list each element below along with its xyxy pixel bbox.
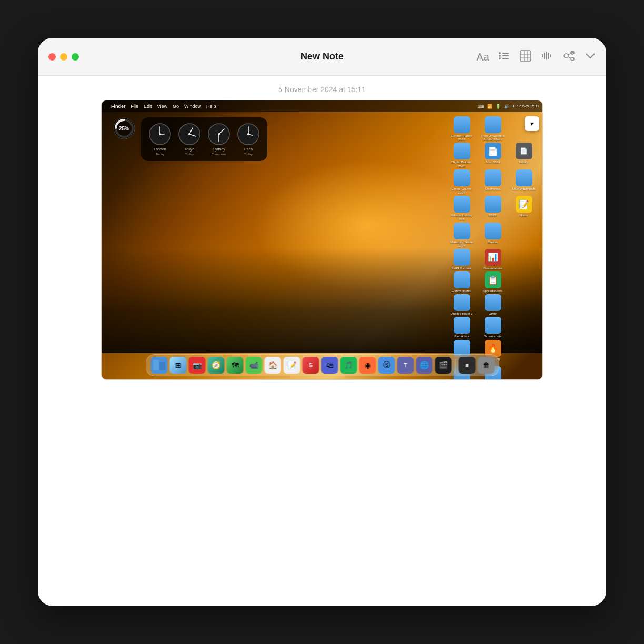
dock-reminders[interactable]: 📝 [284,357,300,374]
dock-calendar[interactable]: 5 [303,357,319,374]
folder-icon-0 [454,116,470,133]
audio-icon[interactable] [541,50,552,63]
desktop-icon-19[interactable]: East Africa [447,317,476,338]
xls-icon-16: 📋 [485,271,501,288]
edit-menu[interactable]: Edit [144,104,152,109]
desktop-icon-3[interactable]: 📄 After 2024 [478,143,507,168]
menubar-status-icons: ⌨📶🔋🔊 Tue 5 Nov 15:11 [478,104,540,109]
folder-icon-17 [454,294,470,311]
svg-rect-14 [548,53,549,59]
dock-slack[interactable]: Ⓢ [378,357,395,374]
desktop-icon-1[interactable]: Free Downloads Adobe Filters [478,116,507,142]
more-icon[interactable] [585,52,596,62]
svg-rect-5 [502,58,509,59]
folder-icon-13 [454,249,470,266]
dock-maps[interactable]: 🗺 [227,357,244,374]
dock-facetime[interactable]: 📹 [246,357,263,374]
desktop-icon-17[interactable]: Untitled folder 2 [447,294,476,316]
maximize-button[interactable] [72,53,79,61]
folder-icon-19 [454,317,470,334]
clock-sydney: Sydney Tomorrow [207,123,230,156]
note-date: 5 November 2024 at 15:11 [38,76,606,100]
mac-dock: ⊞ 📷 🧭 🗺 📹 🏠 [146,354,499,376]
dock-bartender[interactable]: ≡ [459,357,476,374]
svg-point-38 [218,133,220,135]
folder-icon-8 [454,196,470,213]
svg-point-4 [499,57,501,59]
scroll-down-arrow[interactable]: ▾ [525,116,539,131]
clock-face-london [148,123,172,146]
folder-icon-11 [454,223,470,239]
file-menu[interactable]: File [131,104,139,109]
dock-webex[interactable]: 🌐 [416,357,433,374]
desktop-icons: Electron Adobe 2024 Free Downloads Adobe… [447,116,538,379]
go-menu[interactable]: Go [173,104,179,109]
desktop-icon-15[interactable]: Donny to print [447,271,476,293]
dock-zoom[interactable]: 🎬 [435,357,452,374]
desktop-icon-6[interactable]: Electronics [478,169,507,195]
svg-point-2 [499,55,501,57]
desktop-icon-16[interactable]: 📋 Spreadsheets [478,271,507,293]
minimize-button[interactable] [60,53,67,61]
dock-finder[interactable] [151,357,168,374]
desktop-icon-12[interactable]: Movies [478,223,507,248]
dock-launchpad[interactable]: ⊞ [170,357,187,374]
dock-app-orange[interactable]: ◉ [359,357,376,374]
folder-icon-9 [485,196,501,213]
dock-safari[interactable]: 🧭 [208,357,225,374]
close-button[interactable] [48,53,56,61]
window-menu[interactable]: Window [184,104,201,109]
mac-desktop: Finder File Edit View Go Window Help ⌨📶🔋… [102,100,543,379]
folder-icon-15 [454,271,470,288]
clock-face-paris [237,123,260,146]
desktop-icon-2[interactable]: Digital Backup 2020 [447,143,476,168]
desktop-icon-9[interactable]: 2023 [478,196,507,221]
desktop-icon-0[interactable]: Electron Adobe 2024 [447,116,476,142]
dock-trash[interactable]: 🗑 [478,357,495,374]
svg-rect-11 [542,54,543,57]
content-area: Finder File Edit View Go Window Help ⌨📶🔋… [38,100,606,380]
desktop-icon-13[interactable]: LAPI Podcast [447,249,476,270]
app-icon-10: 📝 [516,196,532,213]
desktop-icon-11[interactable]: Maternity Leave 2024 [447,223,476,248]
desktop-icon-18[interactable]: Other [478,294,507,316]
svg-point-42 [247,133,249,135]
help-menu[interactable]: Help [206,104,216,109]
view-menu[interactable]: View [157,104,167,109]
clock-london: London Today [148,123,172,156]
desktop-icon-4[interactable]: 📄 Notary [509,143,538,168]
svg-line-20 [568,57,571,58]
font-icon[interactable]: Aa [477,52,489,62]
desktop-icon-5[interactable]: Online Course 2025 [447,169,476,195]
desktop-icon-10[interactable]: 📝 Notes [509,196,538,221]
folder-icon-7 [516,169,532,186]
mac-menubar: Finder File Edit View Go Window Help ⌨📶🔋… [102,100,543,112]
titlebar: New Note Aa [38,38,606,76]
world-clock-widget: London Today Tokyo Today [141,117,267,161]
dock-divider [455,359,456,374]
share-icon[interactable]: + [562,50,576,63]
dock-spotify[interactable]: 🎵 [340,357,357,374]
svg-rect-13 [546,52,547,60]
desktop-icon-7[interactable]: USB Downloads [509,169,538,195]
dock-home[interactable]: 🏠 [265,357,281,374]
svg-rect-6 [520,51,531,61]
list-icon[interactable] [499,51,510,62]
finder-menu[interactable]: Finder [111,104,126,109]
dock-photos[interactable]: 📷 [189,357,206,374]
svg-rect-15 [550,54,551,57]
app-window: New Note Aa [38,38,606,606]
doc-icon-4: 📄 [516,143,532,159]
battery-widget: 25% [112,116,136,140]
svg-text:+: + [570,51,573,56]
desktop-icon-14[interactable]: 📊 Presentations [478,249,507,270]
desktop-icon-20[interactable]: Screenshots [478,317,507,338]
svg-rect-43 [153,360,159,370]
dock-appstore[interactable]: 🛍 [321,357,338,374]
desktop-icon-8[interactable]: Albania holiday files [447,196,476,221]
folder-icon-12 [485,223,501,239]
table-icon[interactable] [520,50,531,63]
dock-teams[interactable]: T [397,357,414,374]
clock-paris: Paris Today [237,123,260,156]
widgets-area: 25% [112,116,136,143]
